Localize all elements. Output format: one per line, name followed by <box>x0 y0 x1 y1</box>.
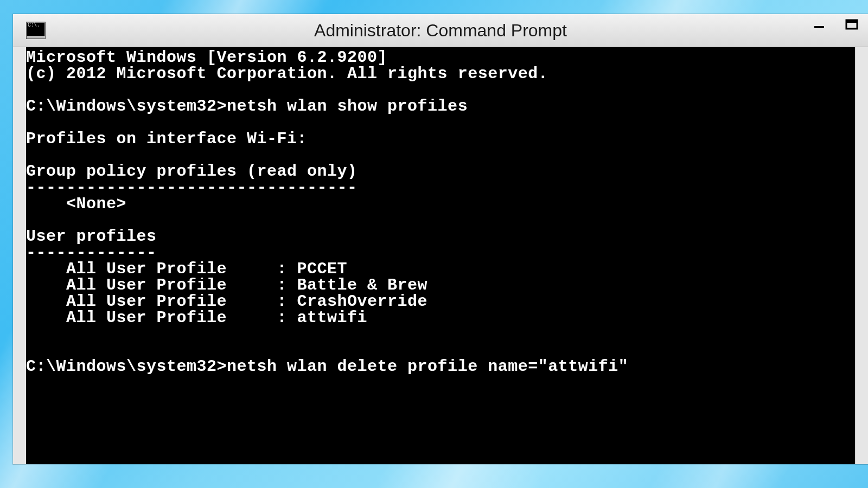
minimize-button[interactable] <box>803 14 835 35</box>
terminal-output: Microsoft Windows [Version 6.2.9200] (c)… <box>26 47 868 375</box>
command-prompt-icon: C:\. <box>26 22 46 39</box>
window-controls <box>803 14 868 35</box>
maximize-button[interactable] <box>835 14 868 35</box>
svg-rect-0 <box>814 26 824 28</box>
terminal-area[interactable]: Microsoft Windows [Version 6.2.9200] (c)… <box>26 47 868 464</box>
maximize-icon <box>845 18 858 31</box>
command-prompt-window: C:\. Administrator: Command Prompt Micro… <box>13 14 868 464</box>
window-title: Administrator: Command Prompt <box>13 21 868 41</box>
svg-rect-2 <box>846 20 857 23</box>
minimize-icon <box>813 18 826 31</box>
vertical-scrollbar[interactable] <box>855 47 868 464</box>
titlebar[interactable]: C:\. Administrator: Command Prompt <box>13 14 868 47</box>
